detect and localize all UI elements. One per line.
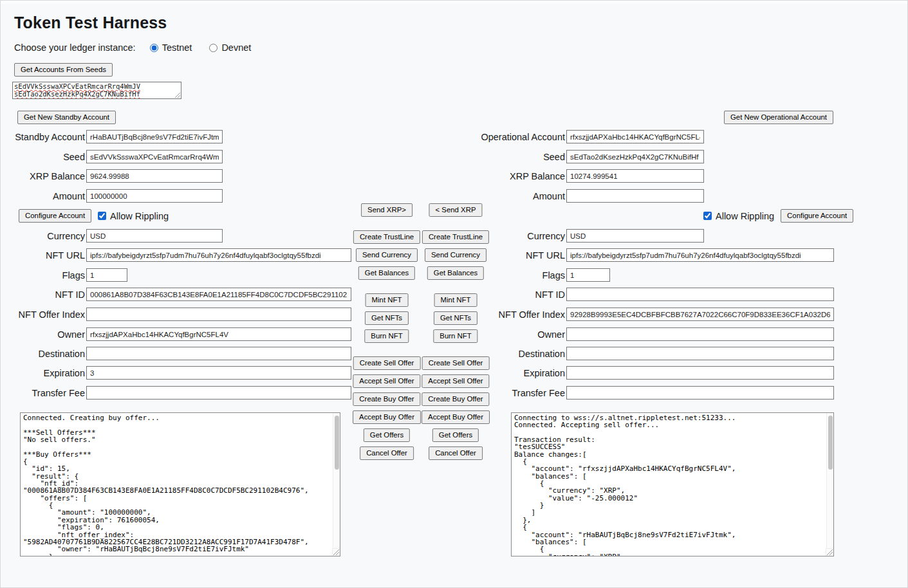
scrollbar-thumb[interactable]	[828, 416, 833, 470]
seed-line-operational: sEdTao2dKsezHzkPq4X2gC7KNuBifHf	[14, 91, 180, 98]
standby-currency-input[interactable]	[86, 229, 223, 243]
operational-configure-account-button[interactable]: Configure Account	[781, 209, 853, 223]
standby-amount-label: Amount	[1, 191, 85, 201]
operational-results-text: Connecting to wss://s.altnet.rippletest.…	[512, 413, 826, 556]
operational-get-offers-button[interactable]: Get Offers	[432, 428, 479, 442]
devnet-radio-label[interactable]: Devnet	[221, 42, 251, 53]
standby-results-text: Connected. Creating buy offer... ***Sell…	[21, 413, 332, 556]
operational-currency-input[interactable]	[566, 229, 704, 243]
standby-nft-url-input[interactable]	[86, 248, 351, 262]
standby-destination-input[interactable]	[86, 347, 351, 360]
get-accounts-from-seeds-button[interactable]: Get Accounts From Seeds	[14, 63, 113, 77]
operational-get-nfts-button[interactable]: Get NFTs	[434, 311, 477, 325]
operational-transfer-fee-input[interactable]	[566, 386, 834, 400]
standby-send-currency-button[interactable]: Send Currency	[356, 248, 418, 262]
resize-grip-icon[interactable]	[827, 549, 833, 555]
standby-allow-rippling-checkbox[interactable]	[98, 212, 106, 220]
get-new-operational-account-button[interactable]: Get New Operational Account	[724, 111, 833, 124]
standby-configure-account-button[interactable]: Configure Account	[19, 209, 91, 223]
standby-flags-input[interactable]	[86, 268, 127, 282]
scrollbar-thumb[interactable]	[335, 416, 339, 470]
standby-get-offers-button[interactable]: Get Offers	[364, 428, 410, 442]
operational-create-buy-offer-button[interactable]: Create Buy Offer	[422, 392, 489, 406]
standby-expiration-input[interactable]	[86, 366, 351, 380]
operational-burn-nft-button[interactable]: Burn NFT	[433, 329, 477, 343]
standby-get-balances-button[interactable]: Get Balances	[358, 266, 415, 280]
standby-cancel-offer-button[interactable]: Cancel Offer	[360, 446, 414, 460]
standby-xrp-balance-label: XRP Balance	[1, 171, 85, 181]
operational-allow-rippling-label: Allow Rippling	[716, 211, 774, 221]
standby-expiration-label: Expiration	[1, 368, 85, 378]
standby-account-input[interactable]	[86, 130, 223, 143]
operational-account-input[interactable]	[566, 130, 704, 143]
standby-nft-url-label: NFT URL	[1, 250, 85, 261]
page-title: Token Test Harness	[14, 14, 167, 32]
operational-expiration-input[interactable]	[566, 366, 834, 380]
seeds-textarea[interactable]: sEdVVkSsswaXPCvEatRmcarRrq4WmJV sEdTao2d…	[12, 82, 181, 99]
operational-cancel-offer-button[interactable]: Cancel Offer	[429, 446, 483, 460]
standby-nft-id-label: NFT ID	[1, 289, 85, 300]
operational-get-balances-button[interactable]: Get Balances	[427, 266, 484, 280]
standby-configure-row: Configure Account Allow Rippling	[19, 209, 172, 223]
operational-create-trustline-button[interactable]: Create TrustLine	[422, 230, 489, 244]
operational-accept-sell-offer-button[interactable]: Accept Sell Offer	[422, 374, 489, 388]
standby-seed-input[interactable]	[86, 150, 223, 163]
operational-accept-buy-offer-button[interactable]: Accept Buy Offer	[422, 410, 490, 424]
operational-mint-nft-button[interactable]: Mint NFT	[434, 293, 477, 307]
radio-group-devnet: Devnet	[209, 42, 251, 53]
resize-grip-icon[interactable]	[175, 93, 180, 98]
standby-currency-label: Currency	[1, 231, 85, 241]
operational-flags-input[interactable]	[566, 268, 610, 282]
standby-nft-id-input[interactable]	[86, 288, 351, 301]
testnet-radio[interactable]	[150, 44, 158, 52]
standby-get-nfts-button[interactable]: Get NFTs	[365, 311, 409, 325]
standby-results-textarea[interactable]: Connected. Creating buy offer... ***Sell…	[20, 412, 340, 556]
resize-grip-cell	[332, 548, 340, 556]
operational-account-label: Operational Account	[451, 132, 565, 142]
operational-send-currency-button[interactable]: Send Currency	[425, 248, 486, 262]
operational-results-scrollbar[interactable]	[826, 413, 833, 548]
standby-transfer-fee-label: Transfer Fee	[1, 388, 85, 398]
standby-nft-offer-index-label: NFT Offer Index	[1, 309, 85, 320]
operational-amount-label: Amount	[451, 191, 565, 201]
resize-grip-icon[interactable]	[333, 549, 339, 555]
operational-xrp-balance-input[interactable]	[566, 169, 704, 183]
standby-accept-sell-offer-button[interactable]: Accept Sell Offer	[353, 374, 420, 388]
operational-seed-label: Seed	[451, 152, 565, 162]
standby-transfer-fee-input[interactable]	[86, 386, 351, 400]
testnet-radio-label[interactable]: Testnet	[162, 42, 192, 53]
operational-destination-input[interactable]	[566, 347, 834, 360]
standby-xrp-balance-input[interactable]	[86, 169, 223, 183]
operational-nft-offer-index-input[interactable]	[566, 308, 834, 321]
operational-seed-input[interactable]	[566, 150, 704, 163]
operational-amount-input[interactable]	[566, 189, 704, 203]
standby-nft-offer-index-input[interactable]	[86, 308, 351, 321]
standby-accept-buy-offer-button[interactable]: Accept Buy Offer	[353, 410, 421, 424]
radio-group-testnet: Testnet	[150, 42, 192, 53]
operational-owner-input[interactable]	[566, 327, 834, 341]
operational-nft-id-input[interactable]	[566, 288, 834, 301]
operational-results-textarea[interactable]: Connecting to wss://s.altnet.rippletest.…	[511, 412, 834, 556]
standby-burn-nft-button[interactable]: Burn NFT	[364, 329, 409, 343]
devnet-radio[interactable]	[209, 44, 218, 52]
resize-grip-cell	[826, 548, 833, 556]
operational-create-sell-offer-button[interactable]: Create Sell Offer	[422, 356, 490, 370]
operational-nft-url-input[interactable]	[566, 248, 834, 262]
standby-amount-input[interactable]	[86, 189, 223, 203]
standby-create-buy-offer-button[interactable]: Create Buy Offer	[353, 392, 420, 406]
standby-mint-nft-button[interactable]: Mint NFT	[366, 293, 409, 307]
standby-flags-label: Flags	[1, 270, 85, 280]
ledger-instance-row: Choose your ledger instance: Testnet Dev…	[14, 42, 268, 53]
ledger-prompt-label: Choose your ledger instance:	[14, 42, 136, 53]
standby-send-xrp-button[interactable]: Send XRP>	[361, 203, 412, 217]
operational-send-xrp-button[interactable]: < Send XRP	[429, 203, 482, 217]
seed-line-standby: sEdVVkSsswaXPCvEatRmcarRrq4WmJV	[14, 83, 180, 91]
standby-owner-input[interactable]	[86, 327, 351, 341]
operational-allow-rippling-checkbox[interactable]	[703, 212, 712, 220]
standby-destination-label: Destination	[1, 349, 85, 359]
standby-create-sell-offer-button[interactable]: Create Sell Offer	[353, 356, 421, 370]
get-new-standby-account-button[interactable]: Get New Standby Account	[17, 111, 116, 124]
standby-owner-label: Owner	[1, 329, 85, 340]
standby-results-scrollbar[interactable]	[333, 413, 340, 548]
standby-create-trustline-button[interactable]: Create TrustLine	[353, 230, 420, 244]
